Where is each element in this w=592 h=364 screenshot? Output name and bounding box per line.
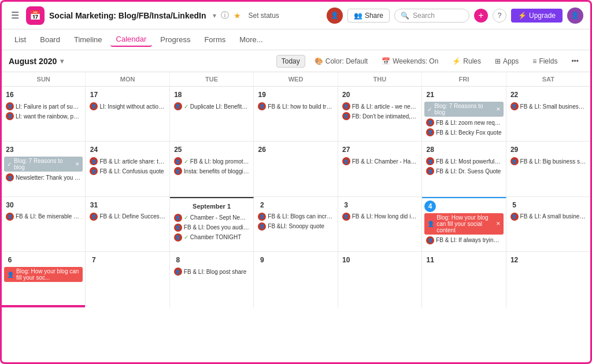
day-sep3: 3 <box>341 199 352 211</box>
event[interactable]: 👤 FB & LI: Confusius quote <box>88 166 166 176</box>
event[interactable]: 👤 FB: Don't be intimated, do thing... <box>341 112 419 121</box>
span-event-blog-23[interactable]: ✓ Blog: 7 Reasons to blog ✕ <box>4 157 83 172</box>
event[interactable]: 👤 FB & LI: how to build trust <box>256 102 335 111</box>
event[interactable]: 👤 FB & LI: Be miserable or motivate your… <box>4 212 83 221</box>
fields-button[interactable]: ≡ Fields <box>528 55 562 67</box>
add-button[interactable]: + <box>474 9 488 23</box>
fields-label: Fields <box>539 57 557 65</box>
hamburger-icon[interactable]: ☰ <box>9 8 21 23</box>
nav-forms[interactable]: Forms <box>198 33 231 46</box>
event[interactable]: 👤 FB &LI: Snoopy quote <box>256 222 335 231</box>
event[interactable]: 👤 LI: Failure is part of success. <box>4 102 83 111</box>
more-options-button[interactable]: ••• <box>567 55 583 67</box>
help-icon[interactable]: ? <box>493 9 506 23</box>
day-sep4: 4 <box>424 200 436 212</box>
cal-cell-30: 30 👤 FB & LI: Be miserable or motivate y… <box>2 197 86 251</box>
span-event-close-icon[interactable]: ✕ <box>496 106 501 112</box>
event-text: FB & LI: Confusius quote <box>99 168 165 175</box>
rules-button[interactable]: ⚡ Rules <box>447 55 486 67</box>
event-text: FB & LI: Define Success on Your o... <box>99 213 165 220</box>
nav-more[interactable]: More... <box>234 33 268 46</box>
set-status[interactable]: Set status <box>248 12 279 20</box>
day-22: 22 <box>509 89 520 101</box>
event[interactable]: 👤 LI: Insight without action is useless. <box>88 102 166 111</box>
check-icon: ✓ <box>184 233 188 241</box>
cal-cell-21: 21 ✓ Blog: 7 Reasons to blog ✕ 👤 FB & LI… <box>422 87 506 141</box>
event-text: LI: Insight without action is useless. <box>99 103 165 110</box>
nav-timeline[interactable]: Timeline <box>68 33 108 46</box>
avatar: 👤 <box>258 222 266 231</box>
day-sep6: 6 <box>4 254 16 266</box>
event[interactable]: 👤 FB & LI: Most powerful words in... <box>424 157 503 166</box>
event[interactable]: 👤 FB & LI: Blogs can increase traffic to… <box>256 212 335 221</box>
event[interactable]: 👤 FB & LI: zoom new requirements <box>424 118 503 127</box>
event-text: LI: want the rainbow, put up with the ra… <box>16 113 81 120</box>
upgrade-button[interactable]: ⚡ Upgrade <box>511 9 563 23</box>
nav-progress[interactable]: Progress <box>154 33 196 46</box>
event[interactable]: 👤 FB & LI: If always trying to be normal… <box>424 236 503 245</box>
avatar: 👤 <box>426 128 434 136</box>
nav-board[interactable]: Board <box>34 33 66 46</box>
event[interactable]: 👤 FB & LI: Does you audience know... <box>172 223 251 232</box>
event[interactable]: 👤 FB & LI: article share: things people … <box>88 157 166 166</box>
event[interactable]: 👤 FB & LI: Chamber - Have you bought... <box>341 157 419 166</box>
cal-cell-sep7: 7 <box>86 252 169 307</box>
event[interactable]: 👤 FB & LI: How long did it take you to..… <box>341 212 419 221</box>
day-19: 19 <box>256 89 268 101</box>
event[interactable]: 👤 FB & LI: Define Success on Your o... <box>88 212 166 221</box>
avatar: 👤 <box>90 213 98 221</box>
event[interactable]: 👤 ✓ FB & LI: blog promotion <box>172 157 251 166</box>
cal-cell-25: 25 👤 ✓ FB & LI: blog promotion 👤 Insta: … <box>170 142 254 196</box>
title-chevron-icon[interactable]: ▾ <box>213 12 216 20</box>
event[interactable]: 👤 LI: want the rainbow, put up with the … <box>4 112 83 121</box>
event-text: FB: Don't be intimated, do thing... <box>352 113 417 120</box>
span-event-text: Blog: 7 Reasons to blog <box>434 103 493 116</box>
close-icon-23[interactable]: ✕ <box>75 161 80 167</box>
cal-cell-22: 22 👤 FB & LI: Small business backbone... <box>506 87 590 141</box>
day-17: 17 <box>88 89 99 101</box>
day-sep1: September 1 <box>172 200 251 212</box>
cal-row-1: 16 👤 LI: Failure is part of success. 👤 L… <box>2 87 590 142</box>
weekends-label: Weekends: On <box>393 57 438 65</box>
weekends-toggle[interactable]: 📅 Weekends: On <box>377 55 443 67</box>
close-icon-fill[interactable]: ✕ <box>496 221 501 226</box>
event[interactable]: 👤 FB & LI: Big business starts small <box>509 157 588 166</box>
nav-calendar[interactable]: Calendar <box>110 32 153 47</box>
event-text: FB & LI: Does you audience know... <box>184 224 249 231</box>
event[interactable]: 👤 Newsletter: Thank you to Janan -... <box>4 173 83 182</box>
search-box[interactable]: 🔍 Search <box>394 9 469 23</box>
share-button[interactable]: 👥 Share <box>347 9 390 23</box>
project-title: Social Marketing: Blog/FB/Insta/LinkedIn <box>49 11 206 20</box>
today-button[interactable]: Today <box>276 55 305 68</box>
month-nav[interactable]: August 2020 ▾ <box>9 57 64 66</box>
cal-row-4: 6 👤 Blog: How your blog can fill your so… <box>2 252 590 307</box>
event[interactable]: 👤 FB & LI: Dr. Suess Quote <box>424 166 503 176</box>
span-event-blog-fill[interactable]: 👤 Blog: How your blog can fill your soci… <box>424 213 503 235</box>
star-icon[interactable]: ★ <box>234 11 241 20</box>
event[interactable]: 👤 ✓ Chamber - Sept Newsletter <box>172 213 251 222</box>
info-icon[interactable]: ⓘ <box>221 10 229 21</box>
avatar: 👤 <box>258 102 266 110</box>
event[interactable]: 👤 FB & LI: Blog post share <box>172 267 251 276</box>
apps-button[interactable]: ⊞ Apps <box>490 55 523 67</box>
event[interactable]: 👤 FB & LI: Becky Fox quote <box>424 128 503 137</box>
event[interactable]: 👤 FB & LI: article - we need quiet refle… <box>341 102 419 111</box>
span-event-blog-reasons[interactable]: ✓ Blog: 7 Reasons to blog ✕ <box>424 102 503 117</box>
event-text: FB & LI: How long did it take you to... <box>352 213 417 220</box>
month-chevron-icon[interactable]: ▾ <box>60 57 64 65</box>
event-text: FB & LI: Small business backbone... <box>520 103 586 110</box>
event[interactable]: 👤 FB & LI: Small business backbone... <box>509 102 588 111</box>
event[interactable]: 👤 Insta: benefits of blogging <box>172 166 251 176</box>
overflow-event[interactable]: 👤 Blog: How your blog can fill your soc.… <box>4 267 83 282</box>
color-toggle[interactable]: 🎨 Color: Default <box>310 55 372 67</box>
event[interactable]: 👤 ✓ Chamber TONIGHT <box>172 233 251 242</box>
nav-list[interactable]: List <box>9 33 32 46</box>
event[interactable]: 👤 ✓ Duplicate LI: Benefits of an editori… <box>172 102 251 111</box>
calendar: Sun Mon Tue Wed Thu Fri Sat 16 👤 LI: Fai… <box>2 72 590 362</box>
app-logo: 📅 <box>26 6 45 25</box>
cal-cell-sep6: 6 👤 Blog: How your blog can fill your so… <box>2 252 86 307</box>
color-icon: 🎨 <box>314 57 323 65</box>
user-avatar[interactable]: 👤 <box>567 8 583 24</box>
event[interactable]: 👤 FB & LI: A small business is an... <box>509 212 588 221</box>
event-text: Newsletter: Thank you to Janan -... <box>16 174 81 181</box>
